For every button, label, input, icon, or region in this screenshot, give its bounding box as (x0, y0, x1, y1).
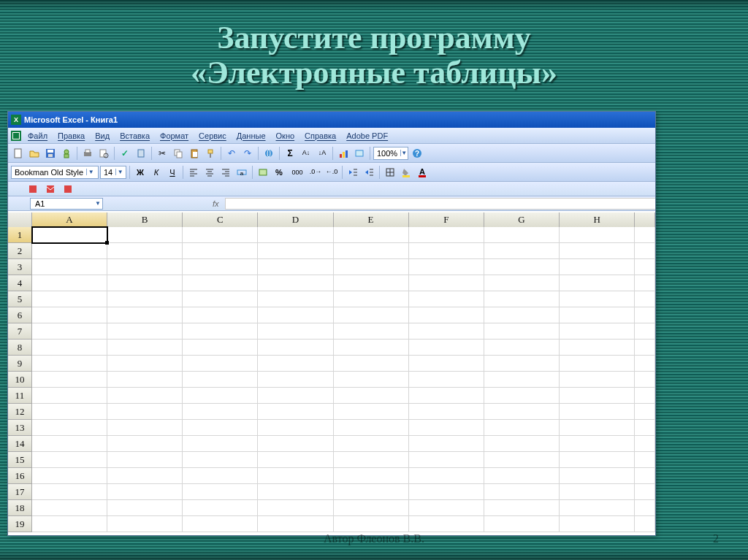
cell[interactable] (183, 452, 258, 468)
column-header[interactable] (635, 212, 655, 227)
increase-indent-icon[interactable] (362, 165, 376, 180)
cell[interactable] (560, 291, 635, 307)
cell[interactable] (635, 452, 655, 468)
cell[interactable] (409, 436, 484, 452)
row-header[interactable]: 15 (8, 452, 32, 468)
cell[interactable] (635, 484, 655, 500)
cell[interactable] (258, 323, 333, 340)
cell[interactable] (635, 372, 655, 388)
cell[interactable] (183, 291, 258, 307)
menu-item-adobe pdf[interactable]: Adobe PDF (341, 128, 393, 143)
merge-center-icon[interactable]: a (234, 165, 249, 180)
row-header[interactable]: 8 (8, 340, 32, 356)
cell[interactable] (484, 340, 560, 356)
cell[interactable] (183, 404, 258, 420)
save-icon[interactable] (43, 146, 58, 161)
cell[interactable] (32, 356, 107, 372)
cell[interactable] (32, 484, 107, 500)
cell[interactable] (635, 404, 655, 420)
cell[interactable] (635, 468, 655, 484)
row-header[interactable]: 9 (8, 356, 32, 372)
paste-icon[interactable] (187, 146, 202, 161)
cell[interactable] (32, 372, 107, 388)
drawing-icon[interactable] (352, 146, 367, 161)
cell[interactable] (484, 227, 560, 243)
cell[interactable] (107, 356, 183, 372)
cell[interactable] (409, 243, 484, 259)
cell[interactable] (107, 484, 183, 500)
cell[interactable] (258, 516, 333, 532)
cell[interactable] (107, 259, 183, 275)
cell[interactable] (560, 516, 635, 532)
align-right-icon[interactable] (218, 165, 233, 180)
cell[interactable] (635, 307, 655, 323)
cell[interactable] (32, 420, 107, 436)
cell[interactable] (560, 372, 635, 388)
cell[interactable] (635, 420, 655, 436)
cell[interactable] (32, 500, 107, 516)
row-header[interactable]: 13 (8, 420, 32, 436)
column-header[interactable]: H (560, 212, 635, 227)
cell[interactable] (258, 484, 333, 500)
cell[interactable] (107, 340, 183, 356)
cell[interactable] (484, 404, 560, 420)
cell[interactable] (32, 436, 107, 452)
cell[interactable] (107, 516, 183, 532)
cell[interactable] (32, 275, 107, 291)
cell[interactable] (183, 484, 258, 500)
cell[interactable] (484, 243, 560, 259)
borders-icon[interactable] (383, 165, 397, 180)
menu-item-файл[interactable]: Файл (23, 128, 53, 143)
cell[interactable] (409, 227, 484, 243)
name-box[interactable]: A1 ▼ (30, 198, 103, 210)
cell[interactable] (409, 372, 484, 388)
row-header[interactable]: 2 (8, 243, 32, 259)
cell[interactable] (183, 372, 258, 388)
cell[interactable] (334, 259, 409, 275)
cell[interactable] (560, 484, 635, 500)
cell[interactable] (258, 372, 333, 388)
column-header[interactable]: G (484, 212, 560, 227)
cell[interactable] (32, 404, 107, 420)
cell[interactable] (560, 323, 635, 340)
currency-icon[interactable] (256, 165, 270, 180)
cell[interactable] (409, 259, 484, 275)
column-header[interactable]: F (409, 212, 484, 227)
row-header[interactable]: 17 (8, 484, 32, 500)
decrease-decimal-icon[interactable]: ←.0 (324, 165, 339, 180)
cell[interactable] (334, 516, 409, 532)
column-header[interactable]: C (183, 212, 258, 227)
pdf-email-icon[interactable] (43, 182, 58, 196)
cell[interactable] (107, 452, 183, 468)
row-header[interactable]: 3 (8, 259, 32, 275)
column-header[interactable]: B (107, 212, 183, 227)
zoom-combo[interactable]: 100% ▼ (373, 147, 408, 160)
cell[interactable] (484, 275, 560, 291)
cell[interactable] (560, 275, 635, 291)
cell[interactable] (183, 340, 258, 356)
cell[interactable] (484, 468, 560, 484)
cell[interactable] (32, 516, 107, 532)
cell[interactable] (107, 436, 183, 452)
cell[interactable] (409, 291, 484, 307)
row-header[interactable]: 14 (8, 436, 32, 452)
bold-button[interactable]: Ж (133, 165, 148, 180)
increase-decimal-icon[interactable]: .0→ (308, 165, 323, 180)
menu-item-данные[interactable]: Данные (232, 128, 271, 143)
cell[interactable] (258, 452, 333, 468)
cell[interactable] (484, 307, 560, 323)
cell[interactable] (334, 243, 409, 259)
cell[interactable] (107, 275, 183, 291)
cell[interactable] (32, 243, 107, 259)
cell[interactable] (107, 388, 183, 404)
cell[interactable] (107, 307, 183, 323)
cell[interactable] (258, 356, 333, 372)
row-header[interactable]: 4 (8, 275, 32, 291)
autosum-icon[interactable]: Σ (283, 146, 297, 161)
cell[interactable] (484, 372, 560, 388)
cell[interactable] (258, 468, 333, 484)
cell[interactable] (258, 227, 333, 243)
cell[interactable] (484, 356, 560, 372)
cell[interactable] (484, 500, 560, 516)
cell[interactable] (635, 275, 655, 291)
